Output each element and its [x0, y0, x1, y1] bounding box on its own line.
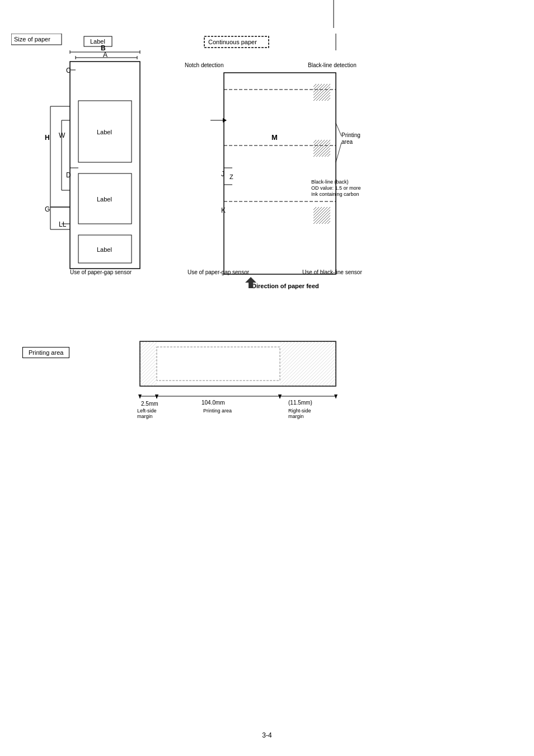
svg-text:M: M [271, 133, 278, 142]
svg-rect-46 [313, 84, 330, 101]
svg-rect-48 [313, 207, 330, 224]
svg-text:A: A [103, 51, 107, 59]
svg-text:W: W [59, 132, 65, 139]
svg-text:Left-side: Left-side [137, 408, 157, 414]
svg-rect-71 [140, 341, 157, 386]
svg-text:area: area [341, 139, 353, 145]
svg-text:margin: margin [288, 414, 304, 419]
svg-text:D: D [66, 171, 71, 179]
svg-text:H: H [45, 134, 50, 142]
svg-text:LL: LL [59, 220, 67, 228]
printing-area-text: Printing area [29, 349, 63, 356]
svg-text:J: J [221, 170, 224, 178]
svg-line-57 [336, 123, 341, 136]
svg-text:Use of paper-gap sensor: Use of paper-gap sensor [70, 269, 132, 275]
main-diagram: Size of paper Label B A C H W [11, 34, 515, 325]
svg-text:Black-line (back): Black-line (back) [311, 179, 349, 185]
svg-text:Use of black-line sensor: Use of black-line sensor [302, 269, 362, 275]
svg-text:Printing: Printing [341, 132, 360, 138]
svg-text:104.0mm: 104.0mm [202, 400, 225, 406]
top-line [333, 0, 334, 28]
svg-text:Right-side: Right-side [288, 408, 311, 414]
svg-text:2.5mm: 2.5mm [141, 401, 158, 407]
svg-text:Ink containing carbon: Ink containing carbon [311, 191, 359, 197]
svg-rect-42 [224, 73, 336, 274]
svg-rect-72 [280, 341, 336, 386]
svg-line-58 [336, 143, 341, 162]
svg-text:K: K [221, 206, 226, 214]
size-of-paper-label: Size of paper [14, 36, 50, 43]
svg-text:C: C [66, 67, 71, 74]
svg-text:Z: Z [229, 173, 233, 180]
svg-rect-47 [313, 140, 330, 157]
page-number-text: 3-4 [262, 731, 271, 739]
page-number: 3-4 [262, 731, 271, 739]
svg-text:Printing area: Printing area [203, 408, 232, 414]
svg-text:Continuous paper: Continuous paper [208, 39, 257, 45]
page: Size of paper Label B A C H W [0, 0, 534, 756]
svg-text:G: G [45, 205, 50, 213]
svg-text:Notch detection: Notch detection [185, 62, 224, 68]
svg-text:OD value: 1.5 or more: OD value: 1.5 or more [311, 185, 361, 191]
svg-text:margin: margin [137, 414, 153, 419]
svg-text:(11.5mm): (11.5mm) [288, 400, 312, 406]
bottom-diagram: 2.5mm Left-side margin 104.0mm Printing … [112, 330, 437, 431]
svg-text:Direction of paper feed: Direction of paper feed [252, 283, 319, 289]
printing-area-label-box: Printing area [22, 347, 69, 358]
svg-text:Black-line detection: Black-line detection [308, 62, 357, 68]
svg-text:Label: Label [97, 196, 112, 203]
svg-text:Use of paper-gap sensor: Use of paper-gap sensor [188, 269, 250, 275]
svg-text:Label: Label [97, 246, 112, 253]
svg-text:Label: Label [97, 129, 112, 135]
